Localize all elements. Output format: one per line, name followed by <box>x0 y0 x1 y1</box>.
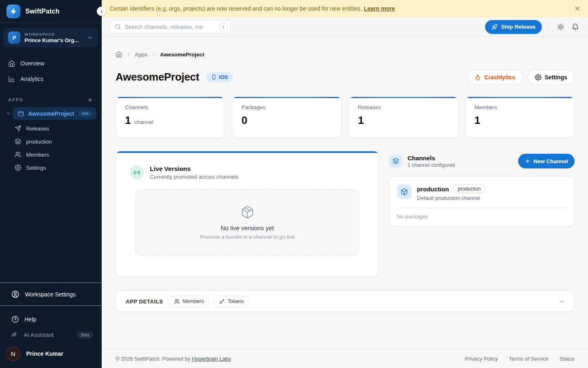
app-settings-button[interactable]: Settings <box>528 70 575 85</box>
sidebar-item-analytics[interactable]: Analytics <box>0 71 101 87</box>
workspace-switcher[interactable]: P WORKSPACE Prince Kumar's Org... <box>3 28 98 47</box>
platform-badge: iOS <box>206 72 233 82</box>
layers-icon <box>15 138 21 145</box>
new-channel-label: New Channel <box>533 158 568 164</box>
footer-status-link[interactable]: Status <box>559 356 575 362</box>
crashlytics-button[interactable]: Crashlytics <box>467 70 522 85</box>
theme-toggle-button[interactable] <box>555 21 567 33</box>
user-circle-icon <box>11 290 19 298</box>
sidebar-item-ai-assistant[interactable]: AI Assistant Beta <box>0 327 101 343</box>
channel-description: Default production channel <box>417 195 486 201</box>
banner-close-button[interactable] <box>574 5 581 12</box>
users-icon <box>15 151 21 158</box>
footer-copyright: © 2026 SwiftPatch. Powered by <box>116 356 190 362</box>
banner-message: Certain identifiers (e.g. orgs, projects… <box>110 5 362 12</box>
sidebar-item-awesomeproject[interactable]: AwesomeProject iOS <box>13 107 96 120</box>
stat-card-channels[interactable]: Channels 1 channel <box>116 96 225 138</box>
layers-icon <box>392 158 399 164</box>
chevron-right-icon <box>126 52 131 57</box>
flame-icon <box>474 74 481 81</box>
package-icon-wrap <box>397 184 412 199</box>
package-icon <box>401 188 408 195</box>
sidebar-collapse-button[interactable] <box>97 7 106 16</box>
brand-logo <box>7 4 20 18</box>
zap-icon <box>10 8 17 15</box>
channel-name: production <box>417 186 449 193</box>
footer-privacy-link[interactable]: Privacy Policy <box>465 356 498 362</box>
notifications-button[interactable] <box>569 21 581 33</box>
sidebar-item-releases[interactable]: Releases <box>0 122 101 135</box>
sparkles-icon <box>11 331 18 339</box>
ship-release-button[interactable]: Ship Release <box>485 20 542 34</box>
crashlytics-label: Crashlytics <box>484 74 515 81</box>
sidebar-user[interactable]: N Prince Kumar <box>0 343 101 365</box>
rocket-icon <box>492 24 498 30</box>
app-details-tokens-button[interactable]: Tokens <box>214 296 249 307</box>
sidebar-item-label: Analytics <box>20 76 43 82</box>
app-details-members-button[interactable]: Members <box>169 296 209 307</box>
stat-card-releases[interactable]: Releases 1 <box>349 96 458 138</box>
plus-icon <box>525 158 530 164</box>
add-app-icon[interactable] <box>87 97 93 103</box>
sidebar-item-help[interactable]: Help <box>0 312 101 327</box>
brand-row[interactable]: SwiftPatch <box>0 0 101 23</box>
search-input[interactable] <box>125 24 216 30</box>
sidebar: SwiftPatch P WORKSPACE Prince Kumar's Or… <box>0 0 102 368</box>
broadcast-icon-wrap <box>130 166 144 180</box>
layers-icon-wrap <box>389 155 402 168</box>
empty-state-title: No live versions yet <box>220 224 274 231</box>
chevron-down-icon <box>559 298 565 305</box>
live-versions-subtitle: Currently promoted across channels <box>150 174 238 180</box>
collapse-app-icon[interactable] <box>6 111 11 116</box>
home-icon <box>8 60 15 67</box>
channels-title: Channels <box>408 155 455 162</box>
search-box[interactable]: / <box>110 20 231 34</box>
sidebar-item-members[interactable]: Members <box>0 148 101 161</box>
topbar: / Ship Release <box>102 17 588 37</box>
channel-card-production[interactable]: production production Default production… <box>389 176 575 227</box>
stat-value: 0 <box>241 114 247 127</box>
sidebar-item-production[interactable]: production <box>0 135 101 148</box>
breadcrumb-home[interactable] <box>116 51 122 58</box>
workspace-label: WORKSPACE <box>24 32 83 36</box>
app-details-expand[interactable] <box>559 298 565 305</box>
sidebar-app-name: AwesomeProject <box>28 110 74 117</box>
close-icon <box>574 5 581 12</box>
live-versions-title: Live Versions <box>150 165 238 173</box>
bell-icon <box>572 23 579 31</box>
footer: © 2026 SwiftPatch. Powered by Hyperbrain… <box>102 349 588 368</box>
footer-terms-link[interactable]: Terms of Service <box>509 356 548 362</box>
page-content: Apps AwesomeProject AwesomeProject iOS C… <box>102 37 588 349</box>
footer-powered-link[interactable]: Hyperbrain Labs <box>192 356 231 362</box>
stat-card-members[interactable]: Members 1 <box>465 96 575 138</box>
stats-grid: Channels 1 channel Packages 0 <box>116 96 575 138</box>
apps-section-label: APPS <box>8 97 87 102</box>
search-shortcut-key: / <box>219 23 228 31</box>
sidebar-app-row: AwesomeProject iOS <box>0 107 101 120</box>
sidebar-item-overview[interactable]: Overview <box>0 56 101 71</box>
members-pill-label: Members <box>183 298 204 304</box>
breadcrumb: Apps AwesomeProject <box>116 51 575 58</box>
sidebar-item-label: Workspace Settings <box>25 291 76 298</box>
stat-value: 1 <box>474 114 480 127</box>
stat-suffix: channel <box>134 119 153 125</box>
new-channel-button[interactable]: New Channel <box>518 154 575 168</box>
stat-card-packages[interactable]: Packages 0 <box>232 96 341 138</box>
tokens-pill-label: Tokens <box>227 298 244 304</box>
sidebar-item-workspace-settings[interactable]: Workspace Settings <box>0 283 101 306</box>
app-window-icon <box>18 110 24 117</box>
sidebar-item-settings[interactable]: Settings <box>0 161 101 174</box>
announcement-banner: Certain identifiers (e.g. orgs, projects… <box>102 0 588 17</box>
app-details-section[interactable]: APP DETAILS Members Tokens <box>116 291 575 312</box>
smartphone-icon <box>211 74 216 80</box>
brand-name: SwiftPatch <box>25 8 60 15</box>
help-circle-icon <box>11 316 19 323</box>
channels-panel: Channels 1 channel configured New Channe… <box>389 151 575 227</box>
beta-badge: Beta <box>77 332 93 339</box>
workspace-avatar: P <box>8 31 20 44</box>
bar-chart-icon <box>8 76 15 83</box>
channel-packages-empty: No packages <box>397 208 567 226</box>
platform-badge-label: iOS <box>219 74 228 80</box>
breadcrumb-apps[interactable]: Apps <box>135 52 147 58</box>
banner-learn-more-link[interactable]: Learn more <box>364 5 395 12</box>
